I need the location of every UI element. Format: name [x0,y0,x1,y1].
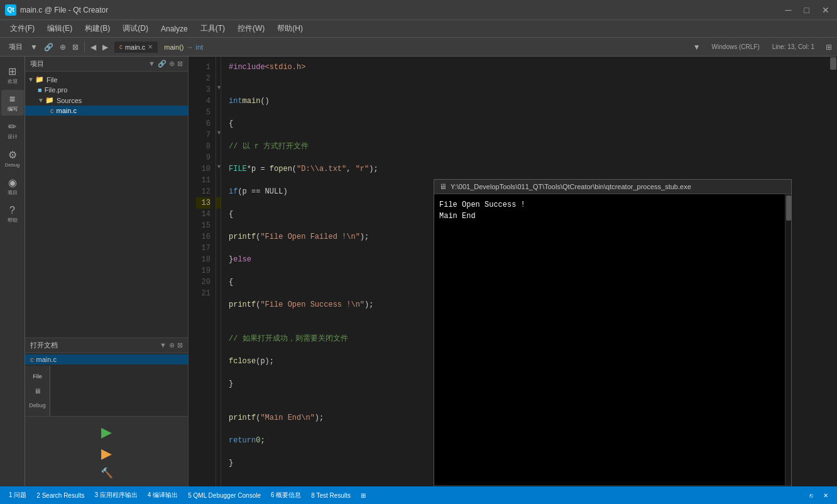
folder-icon-sources: 📁 [45,96,54,104]
editor-area[interactable]: 1 2 3 4 5 6 7 8 9 10 11 12 13 14 15 16 1… [189,57,837,486]
sidebar-item-welcome[interactable]: ⊞ 欢迎 [1,62,24,89]
bottom-tab-issues[interactable]: 1 问题 [5,490,30,501]
toolbar-filter-btn[interactable]: ▼ [28,41,40,53]
filter-btn[interactable]: ▼ [148,60,155,68]
lb-screen-icon[interactable]: 🖥 [31,385,43,397]
project-panel-title: 项目 [30,59,44,68]
tree-item-filepro[interactable]: ■ File.pro [25,85,188,95]
menu-controls[interactable]: 控件(W) [232,21,270,36]
minimize-button[interactable]: ─ [783,5,794,15]
menu-bar: 文件(F) 编辑(E) 构建(B) 调试(D) Analyze 工具(T) 控件… [0,20,837,38]
toolbar-back-btn[interactable]: ◀ [88,41,99,53]
window-title: main.c @ File - Qt Creator [20,6,108,14]
toolbar-dropdown-btn[interactable]: ▼ [691,41,703,53]
position-label: Line: 13, Col: 1 [769,42,818,52]
fold-gutter: ▼ ▼ ▼ [216,57,221,486]
bottom-tabs-bar: 1 问题 2 Search Results 3 应用程序输出 4 编译输出 5 … [0,486,837,504]
close-button[interactable]: ✕ [819,5,832,15]
fold-btn-10[interactable]: ▼ [216,163,221,175]
bottom-tab-compile[interactable]: 4 编译输出 [144,490,182,501]
menu-tools[interactable]: 工具(T) [195,21,230,36]
toolbar-sep1 [84,41,85,53]
lb-debug-label[interactable]: Debug [26,400,48,411]
main-layout: ⊞ 欢迎 ≡ 编写 ✏ 设计 ⚙ Debug ◉ 项目 ? 帮助 项目 ▼ [0,57,837,486]
bottom-tab-more[interactable]: ⊞ [357,491,369,500]
open-docs-panel: 打开文档 ▼ ⊕ ⊠ c main.c [25,337,188,366]
tab-close-btn[interactable]: ✕ [148,43,153,50]
open-docs-add[interactable]: ⊕ [169,341,175,349]
project-icon: ◉ [8,177,17,189]
line-ending-label: Windows (CRLF) [708,42,763,52]
sidebar-item-help[interactable]: ? 帮助 [1,201,24,227]
editor-scroll-thumb[interactable] [830,57,836,70]
breadcrumb-arrow-icon: → [186,43,193,51]
link-btn[interactable]: 🔗 [158,60,167,68]
open-docs-filter[interactable]: ▼ [160,341,167,349]
editor-tab-main[interactable]: c main.c ✕ [114,41,158,53]
add-project-btn[interactable]: ⊕ [169,60,175,68]
sidebar-item-edit[interactable]: ≡ 编写 [1,90,24,116]
terminal-titlebar: 🖥 Y:\001_DevelopTools\011_QT\Tools\QtCre… [434,180,791,194]
toolbar-link-btn[interactable]: 🔗 [41,41,56,53]
c-file-icon: c [119,43,123,50]
breadcrumb-type: int [195,43,203,51]
project-panel-actions: ▼ 🔗 ⊕ ⊠ [148,60,183,68]
tree-item-file-root[interactable]: ▼ 📁 File [25,74,188,85]
sidebar-item-design[interactable]: ✏ 设计 [1,117,24,144]
open-docs-close[interactable]: ⊠ [177,341,183,349]
help-icon: ? [9,205,15,216]
tree-item-mainc[interactable]: c main.c [25,106,188,116]
fold-btn-3[interactable]: ▼ [216,84,221,96]
sidebar-item-project[interactable]: ◉ 项目 [1,173,24,200]
close-project-btn[interactable]: ⊠ [177,60,183,68]
editor-scrollbar[interactable] [829,57,837,486]
run-button[interactable]: ▶ [101,424,112,441]
tree-item-sources[interactable]: ▼ 📁 Sources [25,95,188,106]
line-numbers: 1 2 3 4 5 6 7 8 9 10 11 12 13 14 15 16 1… [189,57,216,486]
tree-label-sources: Sources [57,97,82,104]
menu-help[interactable]: 帮助(H) [272,21,308,36]
lb-file-icon[interactable]: File [30,371,45,382]
bottom-tab-search[interactable]: 2 Search Results [33,491,88,500]
fold-btn-7[interactable]: ▼ [216,129,221,141]
bottom-tab-appout[interactable]: 3 应用程序输出 [91,490,141,501]
tree-label-file: File [46,76,58,84]
c-file-icon-tree: c [50,107,54,114]
open-doc-label: main.c [36,356,57,363]
open-docs-actions: ▼ ⊕ ⊠ [160,341,183,349]
open-docs-title: 打开文档 [30,341,58,350]
build-hammer-button[interactable]: 🔨 [101,467,113,479]
terminal-scroll-thumb[interactable] [786,195,791,221]
sidebar-item-debug[interactable]: ⚙ Debug [1,145,24,172]
toolbar-close-btn[interactable]: ⊠ [70,41,81,53]
terminal-window-icon: 🖥 [439,182,447,191]
open-docs-list: c main.c [25,353,188,366]
bottom-tab-overview[interactable]: 6 概要信息 [267,490,305,501]
pro-file-icon: ■ [38,86,42,94]
file-tree: ▼ 📁 File ■ File.pro ▼ 📁 Sources c main.c [25,72,188,337]
menu-build[interactable]: 构建(B) [80,21,115,36]
design-icon: ✏ [8,121,16,133]
menu-analyze[interactable]: Analyze [156,23,193,35]
bottom-tab-close[interactable]: ✕ [819,491,832,500]
bottom-tab-test[interactable]: 8 Test Results [307,491,354,500]
title-bar: Qt main.c @ File - Qt Creator ─ □ ✕ [0,0,837,20]
toolbar-add-btn[interactable]: ⊕ [57,41,68,53]
breadcrumb-fn: main() [164,43,183,51]
bottom-tab-detach[interactable]: ⎋ [806,491,817,500]
maximize-button[interactable]: □ [802,5,812,15]
file-tree-panel: 项目 ▼ 🔗 ⊕ ⊠ ▼ 📁 File ■ File.pro ▼ 📁 Sourc… [25,57,189,486]
bottom-tab-qml[interactable]: 5 QML Debugger Console [184,491,265,500]
edit-label: 编写 [8,106,18,112]
toolbar-forward-btn[interactable]: ▶ [100,41,111,53]
open-doc-mainc[interactable]: c main.c [25,354,188,364]
debug-run-button[interactable]: ▶ [101,446,112,462]
toolbar-project-section: 项目 ▼ 🔗 ⊕ ⊠ ◀ ▶ [3,41,113,53]
terminal-line-1: File Open Success ! [439,199,780,211]
expand-arrow-sources: ▼ [38,97,44,104]
terminal-scrollbar[interactable] [785,194,791,485]
menu-edit[interactable]: 编辑(E) [42,21,77,36]
toolbar-expand-btn[interactable]: ⊞ [823,41,834,53]
menu-debug[interactable]: 调试(D) [118,21,153,36]
menu-file[interactable]: 文件(F) [5,21,40,36]
